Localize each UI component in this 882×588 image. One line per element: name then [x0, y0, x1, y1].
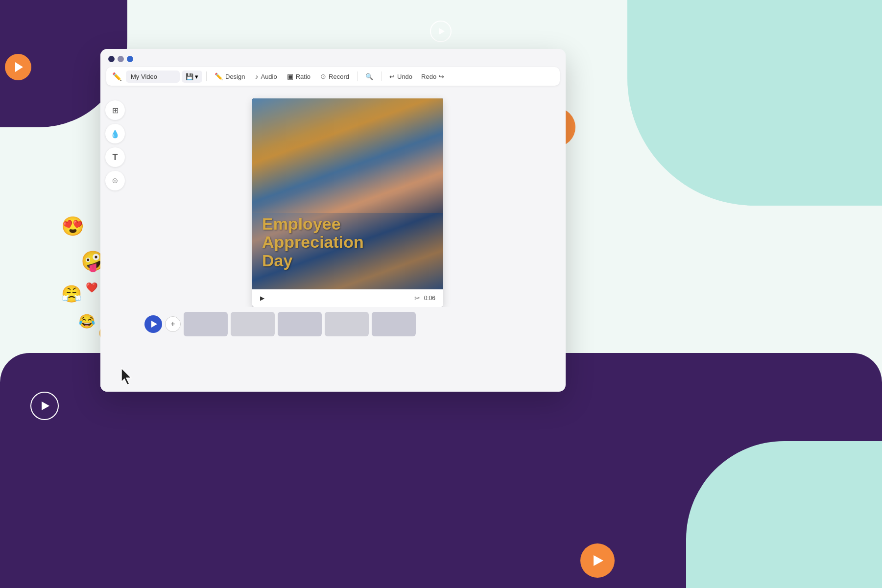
- save-button[interactable]: 💾 ▾: [182, 71, 202, 83]
- edit-icon: ✏️: [112, 72, 122, 81]
- toolbar-separator-3: [381, 71, 381, 81]
- title-bar: [100, 49, 566, 62]
- floating-play-5[interactable]: [580, 543, 615, 578]
- undo-button[interactable]: ↩ Undo: [385, 71, 416, 83]
- video-image-area[interactable]: Employee Appreciation Day: [252, 98, 443, 289]
- design-icon: ✏️: [215, 72, 223, 80]
- redo-icon: ↪: [439, 73, 444, 80]
- save-dropdown-icon: ▾: [195, 73, 198, 80]
- redo-button[interactable]: Redo ↪: [417, 71, 448, 83]
- video-overlay-text: Employee Appreciation Day: [262, 215, 364, 270]
- audio-button[interactable]: ♪ Audio: [251, 70, 281, 83]
- video-controls: ▶ ✂ 0:06: [252, 289, 443, 307]
- thumbnail-1[interactable]: [184, 312, 228, 336]
- emoji-e9: 😂: [78, 313, 95, 329]
- thumbnail-4[interactable]: [325, 312, 369, 336]
- app-window: ✏️ 💾 ▾ ✏️ Design ♪ Audio ▣ Ratio ⊙ Recor…: [100, 49, 566, 392]
- ratio-button[interactable]: ▣ Ratio: [283, 70, 314, 83]
- floating-play-4[interactable]: [30, 392, 59, 420]
- floating-play-3[interactable]: [430, 21, 452, 42]
- ratio-icon: ▣: [287, 72, 293, 80]
- text-icon: T: [113, 152, 118, 163]
- toolbar: ✏️ 💾 ▾ ✏️ Design ♪ Audio ▣ Ratio ⊙ Recor…: [106, 67, 560, 86]
- video-duration: 0:06: [424, 295, 435, 302]
- layout-tool-button[interactable]: ⊞: [105, 100, 125, 120]
- video-title-input[interactable]: [126, 71, 180, 83]
- thumbnail-3[interactable]: [278, 312, 322, 336]
- undo-icon: ↩: [389, 73, 395, 80]
- sticker-icon: ☺: [111, 176, 119, 185]
- traffic-light-maximize[interactable]: [127, 56, 133, 62]
- video-preview: Employee Appreciation Day ▶ ✂ 0:06: [252, 98, 443, 307]
- emoji-e8: ❤️: [86, 282, 98, 293]
- text-tool-button[interactable]: T: [105, 147, 125, 167]
- design-button[interactable]: ✏️ Design: [211, 70, 249, 83]
- record-icon: ⊙: [320, 72, 326, 80]
- toolbar-separator-2: [357, 71, 358, 81]
- content-area: ⊞ 💧 T ☺: [100, 91, 566, 392]
- timeline-strip: +: [138, 307, 558, 341]
- traffic-light-minimize[interactable]: [118, 56, 124, 62]
- timeline-play-button[interactable]: [144, 315, 162, 333]
- timeline-add-button[interactable]: +: [165, 316, 181, 332]
- color-icon: 💧: [110, 129, 120, 139]
- sticker-tool-button[interactable]: ☺: [105, 171, 125, 190]
- canvas-area: Employee Appreciation Day ▶ ✂ 0:06: [130, 91, 566, 392]
- thumbnail-2[interactable]: [231, 312, 275, 336]
- floating-play-1[interactable]: [5, 54, 31, 80]
- audio-icon: ♪: [255, 72, 258, 80]
- search-icon: 🔍: [365, 73, 373, 80]
- save-icon: 💾: [186, 73, 193, 80]
- search-button[interactable]: 🔍: [361, 71, 377, 83]
- left-tools-panel: ⊞ 💧 T ☺: [100, 91, 130, 392]
- toolbar-separator-1: [206, 71, 207, 81]
- record-button[interactable]: ⊙ Record: [316, 70, 353, 83]
- traffic-light-close[interactable]: [108, 56, 115, 62]
- scissors-icon[interactable]: ✂: [414, 294, 420, 302]
- bg-teal-top-right: [627, 0, 882, 206]
- video-play-button[interactable]: ▶: [260, 295, 264, 302]
- color-tool-button[interactable]: 💧: [105, 124, 125, 143]
- add-icon: +: [170, 320, 175, 329]
- layout-icon: ⊞: [112, 106, 119, 115]
- thumbnail-5[interactable]: [372, 312, 416, 336]
- emoji-e1: 😍: [61, 215, 84, 237]
- emoji-e6: 😤: [61, 284, 82, 304]
